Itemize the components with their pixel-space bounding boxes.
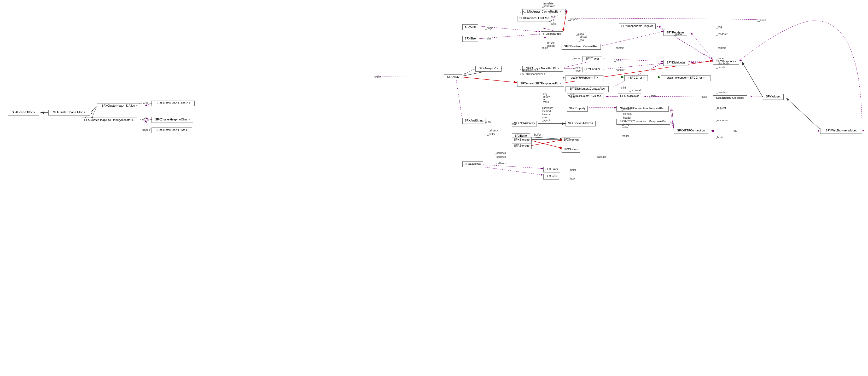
edge-label-21: _tracer <box>572 57 580 60</box>
edge-label-55: _callback <box>495 155 506 158</box>
edge-label-28: _node <box>568 95 576 98</box>
edge-label-38: method <box>542 110 551 113</box>
edge-label-25: T <box>563 77 564 80</box>
node-staticExceptionSFCError: static_exception< SFCError > <box>661 75 711 81</box>
node-SFYRendererContextRec: SFYRenderer::ContextRec <box>562 44 601 50</box>
node-SFYHandler: SFYHandler <box>583 67 602 72</box>
node-SFXGraphicsFontRec: SFXGraphics::FontRec <box>517 16 551 22</box>
diagram-container: SFYWebBrowserWidgetSFYWidgetSFYResponder… <box>0 0 868 376</box>
node-SFXRectangle: SFXRectangle <box>541 31 563 37</box>
node-SFXAnsiString: SFXAnsiString <box>462 118 486 124</box>
node-SFXClusterHeapTAlloc: SFXClusterHeap< T, Alloc > <box>97 103 142 109</box>
edge-label-2: _sdlp <box>549 19 555 22</box>
edge-label-29: _color <box>649 95 656 97</box>
node-SFAArray: SFAArray <box>444 74 462 80</box>
edge-label-16: _virtual <box>579 35 587 38</box>
svg-line-32 <box>91 106 97 112</box>
edge-label-70: _utranslate <box>542 5 555 7</box>
svg-line-8 <box>742 62 763 97</box>
svg-line-38 <box>456 77 462 120</box>
node-SFXTask: SFXTask <box>543 174 559 180</box>
edge-label-14: _handler <box>614 68 625 71</box>
svg-line-12 <box>691 61 713 63</box>
node-SFYDistributer: SFYDistributer <box>663 60 688 66</box>
edge-label-46: _response <box>716 119 728 122</box>
edge-label-66: _origin <box>485 27 493 30</box>
edge-label-61: _buffer <box>487 133 495 136</box>
svg-line-52 <box>603 59 663 61</box>
node-SFYDistributerContextRec: SFYDistributer::ContextRec <box>565 86 609 92</box>
edge-label-52: _callback <box>487 129 498 132</box>
edge-label-32: _dcontext <box>629 89 641 92</box>
node-SFYHTTPConnection: SFXHTTPConnection <box>674 128 708 134</box>
edge-label-47: _proxy <box>622 123 629 126</box>
edge-label-53: _buffer <box>533 133 541 136</box>
edge-label-6: _global <box>674 33 682 35</box>
edge-label-23: _node <box>574 69 581 72</box>
node-SFXCallback: SFXCallback <box>462 161 483 167</box>
edge-label-57: _callback <box>595 155 607 158</box>
edge-label-42: _header <box>622 108 631 111</box>
edge-label-10: _tracer <box>716 57 724 60</box>
edge-label-40: user <box>542 116 547 119</box>
edge-label-12: _distributer <box>716 62 729 65</box>
edge-label-75: _global <box>757 19 766 22</box>
edge-label-68: _origin <box>540 46 548 50</box>
edge-label-3: _uclip <box>549 22 556 25</box>
node-SFCError: < SFCError > <box>624 75 648 81</box>
svg-line-18 <box>672 108 674 129</box>
node-SFXStorage: SFXStorage <box>512 137 532 143</box>
node-SFAHeapAlloc: SFAHeap< Alloc > <box>8 110 39 116</box>
node-SFAClusterHeapSFDebugAllocator: SFAClusterHeap< SFDebugAllocator > <box>81 118 137 123</box>
edge-label-60: _string <box>483 120 491 123</box>
svg-line-44 <box>532 140 563 146</box>
edge-label-51: _host <box>509 122 516 125</box>
edge-label-54: _callback <box>495 152 506 154</box>
edge-label-45: _request <box>716 106 726 109</box>
edge-label-24: _exception <box>574 76 586 79</box>
node-SFYWidget: SFYWidget <box>763 94 784 100</box>
edge-label-26: _child <box>619 86 626 89</box>
node-SFXRGBColor: SFXRGBColor <box>618 94 641 99</box>
node-SFXTimer: SFXTimer <box>543 167 560 173</box>
svg-line-43 <box>532 140 563 149</box>
svg-line-24 <box>565 11 567 12</box>
edge-label-31: _background <box>716 96 732 99</box>
node-SFAStorage: SFAStorage <box>512 143 532 149</box>
edge-label-8: _renderer <box>716 33 727 35</box>
svg-line-15 <box>672 122 674 130</box>
svg-line-28 <box>464 69 475 74</box>
node-SFXMemory: SFXMemory <box>562 137 581 143</box>
node-SFXSocketAddress: SFXSocketAddress <box>565 121 595 126</box>
edge-label-49: reader <box>622 134 629 137</box>
edge-label-9: _context <box>716 46 726 50</box>
node-SFXArrayV: SFXArray< V > <box>475 66 501 71</box>
node-SFXProperty: SFXProperty <box>567 106 588 112</box>
edge-label-7: _flag <box>716 26 722 29</box>
svg-line-7 <box>786 98 820 129</box>
edge-label-20: _context <box>614 46 624 50</box>
edge-label-19: update <box>547 44 555 47</box>
node-SFXSource: SFXSource <box>562 147 580 153</box>
edge-label-4: _graphics <box>568 18 579 21</box>
edge-label-18: render <box>547 41 555 44</box>
edge-label-22: _node <box>574 66 581 69</box>
node-SFAClusterHeapAlloc: SFAClusterHeap< Alloc > <box>48 110 90 116</box>
edge-label-44: _context <box>622 112 631 115</box>
node-SFYTracer: SFYTracer <box>583 56 602 62</box>
svg-line-53 <box>603 63 663 69</box>
edge-label-36: value <box>543 101 550 103</box>
node-SFXClusterHeapByte: SFXClusterHeap< Byte > <box>152 127 192 133</box>
edge-label-58: _timer <box>569 168 576 171</box>
edge-label-67: _size <box>485 37 491 40</box>
node-SFXClusterHeapUint32: SFXClusterHeap< Uint32 > <box>152 101 195 106</box>
node-SFXSize: SFXSize <box>462 36 478 42</box>
svg-line-26 <box>462 77 517 83</box>
svg-line-14 <box>672 108 674 129</box>
edge-label-39: baseurl <box>542 113 551 116</box>
edge-label-37: password <box>542 106 553 109</box>
edge-label-65: < CacheRecPtr > <box>520 11 540 14</box>
svg-line-19 <box>672 122 674 130</box>
svg-line-42 <box>532 139 563 139</box>
edge-label-64: < SFYResponderPtr > <box>520 73 546 75</box>
